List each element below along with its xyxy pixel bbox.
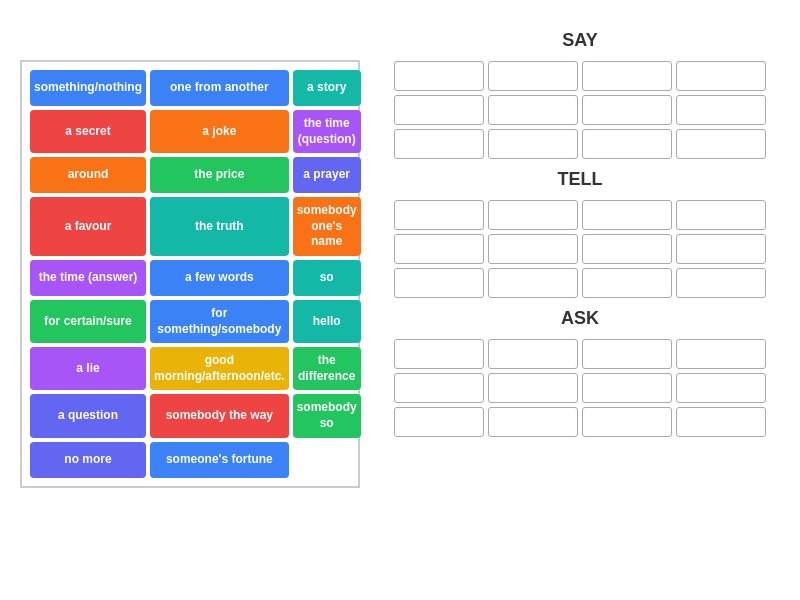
category-title-say: SAY — [562, 30, 597, 51]
drop-box-ask-11[interactable] — [676, 407, 766, 437]
drop-box-tell-8[interactable] — [394, 268, 484, 298]
tile-the-time-question[interactable]: the time (question) — [293, 110, 361, 153]
tile-for-certain-sure[interactable]: for certain/sure — [30, 300, 146, 343]
drop-box-tell-1[interactable] — [488, 200, 578, 230]
category-section-tell: TELL — [380, 169, 780, 298]
tile-the-difference[interactable]: the difference — [293, 347, 361, 390]
tile-around[interactable]: around — [30, 157, 146, 193]
drop-box-ask-7[interactable] — [676, 373, 766, 403]
drop-box-ask-3[interactable] — [676, 339, 766, 369]
drop-box-ask-9[interactable] — [488, 407, 578, 437]
drop-box-tell-5[interactable] — [488, 234, 578, 264]
word-grid: something/nothingone from anothera story… — [30, 70, 350, 478]
drop-box-say-1[interactable] — [488, 61, 578, 91]
drop-box-say-3[interactable] — [676, 61, 766, 91]
tile-somebody-ones-name[interactable]: somebody one's name — [293, 197, 361, 256]
drop-box-say-5[interactable] — [488, 95, 578, 125]
tile-the-truth[interactable]: the truth — [150, 197, 289, 256]
tile-somebody-the-way[interactable]: somebody the way — [150, 394, 289, 437]
drop-box-tell-7[interactable] — [676, 234, 766, 264]
word-grid-container: something/nothingone from anothera story… — [20, 60, 360, 488]
tile-a-question[interactable]: a question — [30, 394, 146, 437]
drop-box-say-9[interactable] — [488, 129, 578, 159]
drop-box-ask-4[interactable] — [394, 373, 484, 403]
drop-box-tell-10[interactable] — [582, 268, 672, 298]
drop-box-say-2[interactable] — [582, 61, 672, 91]
tile-a-secret[interactable]: a secret — [30, 110, 146, 153]
drop-grid-ask — [394, 339, 766, 437]
category-section-ask: ASK — [380, 308, 780, 437]
drop-box-tell-6[interactable] — [582, 234, 672, 264]
tile-so[interactable]: so — [293, 260, 361, 296]
tile-the-price[interactable]: the price — [150, 157, 289, 193]
drop-box-say-7[interactable] — [676, 95, 766, 125]
drop-box-ask-6[interactable] — [582, 373, 672, 403]
drop-box-ask-5[interactable] — [488, 373, 578, 403]
drop-box-ask-1[interactable] — [488, 339, 578, 369]
drop-box-ask-2[interactable] — [582, 339, 672, 369]
tile-for-something-somebody[interactable]: for something/somebody — [150, 300, 289, 343]
drop-grid-tell — [394, 200, 766, 298]
drop-box-say-4[interactable] — [394, 95, 484, 125]
tile-a-story[interactable]: a story — [293, 70, 361, 106]
tile-a-favour[interactable]: a favour — [30, 197, 146, 256]
drop-box-say-6[interactable] — [582, 95, 672, 125]
drop-box-say-0[interactable] — [394, 61, 484, 91]
drop-box-tell-2[interactable] — [582, 200, 672, 230]
tile-good-morning[interactable]: good morning/afternoon/etc. — [150, 347, 289, 390]
tile-no-more[interactable]: no more — [30, 442, 146, 478]
tile-somebody-so[interactable]: somebody so — [293, 394, 361, 437]
tile-hello[interactable]: hello — [293, 300, 361, 343]
drop-grid-say — [394, 61, 766, 159]
drop-box-say-10[interactable] — [582, 129, 672, 159]
categories-container: SAYTELLASK — [380, 20, 780, 580]
tile-a-few-words[interactable]: a few words — [150, 260, 289, 296]
drop-box-say-8[interactable] — [394, 129, 484, 159]
drop-box-tell-9[interactable] — [488, 268, 578, 298]
drop-box-tell-11[interactable] — [676, 268, 766, 298]
drop-box-ask-8[interactable] — [394, 407, 484, 437]
tile-a-lie[interactable]: a lie — [30, 347, 146, 390]
drop-box-say-11[interactable] — [676, 129, 766, 159]
tile-a-joke[interactable]: a joke — [150, 110, 289, 153]
drop-box-tell-3[interactable] — [676, 200, 766, 230]
main-container: something/nothingone from anothera story… — [0, 0, 800, 600]
drop-box-ask-10[interactable] — [582, 407, 672, 437]
category-title-tell: TELL — [558, 169, 603, 190]
tile-one-from-another[interactable]: one from another — [150, 70, 289, 106]
tile-the-time-answer[interactable]: the time (answer) — [30, 260, 146, 296]
drop-box-tell-4[interactable] — [394, 234, 484, 264]
category-title-ask: ASK — [561, 308, 599, 329]
drop-box-tell-0[interactable] — [394, 200, 484, 230]
tile-a-prayer[interactable]: a prayer — [293, 157, 361, 193]
drop-box-ask-0[interactable] — [394, 339, 484, 369]
category-section-say: SAY — [380, 30, 780, 159]
tile-something-nothing[interactable]: something/nothing — [30, 70, 146, 106]
tile-someones-fortune[interactable]: someone's fortune — [150, 442, 289, 478]
